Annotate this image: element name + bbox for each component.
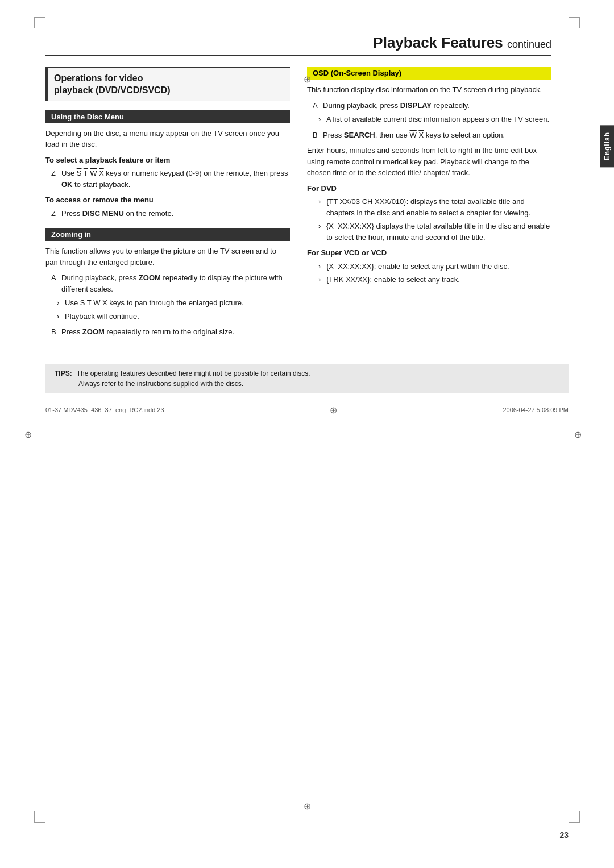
remove-subheading: To access or remove the menu	[45, 194, 290, 206]
zooming-section: Zooming in This function allows you to e…	[45, 228, 290, 338]
osd-header: OSD (On-Screen Display)	[307, 67, 551, 80]
svcd-bullet2: › {TRK XX/XX}: enable to select any trac…	[307, 274, 551, 285]
disc-menu-intro: Depending on the disc, a menu may appear…	[45, 128, 290, 150]
reg-mark-top	[302, 74, 312, 84]
tips-label: TIPS:	[55, 369, 72, 377]
page-number: 23	[559, 830, 569, 840]
zooming-intro: This function allows you to enlarge the …	[45, 246, 290, 268]
tips-box: TIPS:The operating features described he…	[45, 364, 569, 393]
reg-mark-right-mid	[572, 429, 583, 439]
osd-intro: This function display disc information o…	[307, 84, 551, 95]
tips-line2: Always refer to the instructions supplie…	[78, 380, 243, 388]
right-column: OSD (On-Screen Display) This function di…	[307, 67, 551, 294]
ops-heading-line1: Operations for video	[54, 73, 143, 83]
tips-line1: The operating features described here mi…	[77, 369, 310, 377]
reg-mark-bottom	[302, 801, 312, 811]
osd-para: Enter hours, minutes and seconds from le…	[307, 145, 551, 178]
svcd-bullet1: › {X XX:XX:XX}: enable to select any par…	[307, 261, 551, 272]
disc-menu-header: Using the Disc Menu	[45, 110, 290, 123]
select-item: Z Use S T W X keys or numeric keypad (0-…	[45, 168, 290, 190]
page-title: Playback Features continued	[45, 34, 551, 56]
for-svcd-heading: For Super VCD or VCD	[307, 247, 551, 259]
two-column-layout: Operations for video playback (DVD/VCD/S…	[45, 67, 551, 347]
left-column: Operations for video playback (DVD/VCD/S…	[45, 67, 290, 347]
footer: 01-37 MDV435_436_37_eng_RC2.indd 23 2006…	[45, 405, 569, 415]
corner-mark-bl	[34, 811, 45, 823]
osd-section: OSD (On-Screen Display) This function di…	[307, 67, 551, 285]
zoom-bullet2: › Playback will continue.	[45, 311, 290, 322]
ops-heading: Operations for video playback (DVD/VCD/S…	[45, 67, 290, 101]
zoom-step-a: A During playback, press ZOOM repeatedly…	[45, 272, 290, 294]
disc-menu-section: Using the Disc Menu Depending on the dis…	[45, 110, 290, 219]
page-title-continued: continued	[507, 39, 551, 50]
remove-item: Z Press DISC MENU on the remote.	[45, 208, 290, 219]
corner-mark-tl	[34, 17, 45, 28]
select-subheading: To select a playback feature or item	[45, 155, 290, 166]
osd-step-a: A During playback, press DISPLAY repeate…	[307, 100, 551, 111]
ops-heading-line2: playback (DVD/VCD/SVCD)	[54, 85, 171, 95]
corner-mark-br	[569, 811, 580, 823]
page-title-text: Playback Features	[373, 34, 503, 51]
zoom-bullet1: › Use S T W X keys to pan through the en…	[45, 297, 290, 309]
zoom-step-b: B Press ZOOM repeatedly to return to the…	[45, 326, 290, 338]
reg-mark-left	[23, 429, 33, 439]
corner-mark-tr	[569, 17, 580, 28]
dvd-bullet1: › {TT XX/03 CH XXX/010}: displays the to…	[307, 196, 551, 218]
reg-mark-footer	[328, 405, 338, 415]
footer-right: 2006-04-27 5:08:09 PM	[503, 406, 569, 413]
dvd-bullet2: › {X XX:XX:XX} displays the total availa…	[307, 221, 551, 243]
osd-bullet1: › A list of available current disc infor…	[307, 114, 551, 125]
osd-step-b: B Press SEARCH, then use W X keys to sel…	[307, 130, 551, 141]
footer-left: 01-37 MDV435_436_37_eng_RC2.indd 23	[45, 406, 164, 413]
zooming-header: Zooming in	[45, 228, 290, 241]
page-container: English Playback Features continued Oper…	[0, 0, 614, 868]
english-tab: English	[600, 125, 614, 167]
for-dvd-heading: For DVD	[307, 183, 551, 194]
